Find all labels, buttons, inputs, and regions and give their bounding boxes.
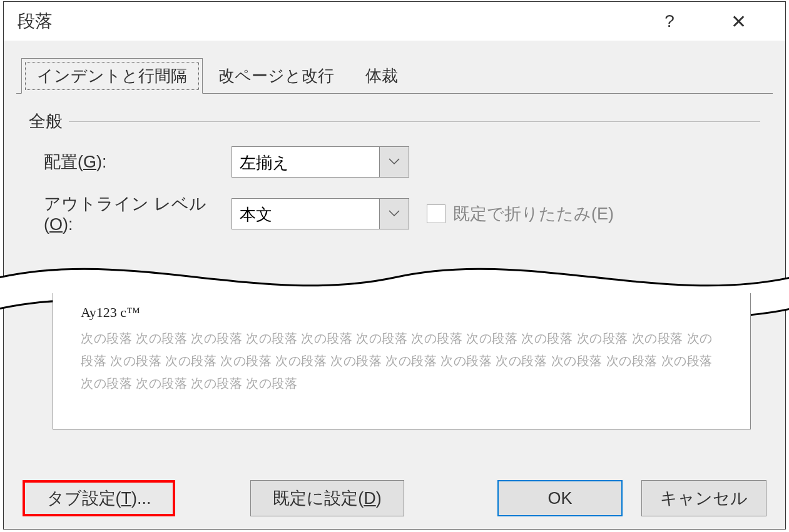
preview-next-paragraph: 次の段落 次の段落 次の段落 次の段落 次の段落 次の段落 次の段落 次の段落 … [81, 327, 723, 394]
set-default-button[interactable]: 既定に設定(D) [250, 480, 404, 516]
tab-strip: インデントと行間隔 改ページと改行 体裁 [21, 58, 773, 94]
titlebar: 段落 ? ✕ [4, 2, 785, 41]
tab-asian-typography[interactable]: 体裁 [350, 58, 414, 94]
chevron-down-icon [379, 199, 409, 229]
preview-box: Ay123 c™ 次の段落 次の段落 次の段落 次の段落 次の段落 次の段落 次… [53, 293, 751, 429]
chevron-down-icon [379, 147, 409, 177]
section-general-label: 全般 [29, 110, 63, 133]
section-general: 全般 [29, 110, 760, 133]
outline-combo[interactable]: 本文 [232, 198, 409, 229]
tab-indent-spacing[interactable]: インデントと行間隔 [21, 58, 203, 94]
checkbox-box [427, 204, 445, 223]
outline-label: アウトライン レベル(O): [44, 193, 232, 234]
paragraph-dialog: 段落 ? ✕ インデントと行間隔 改ページと改行 体裁 全般 配置(G): 左揃… [3, 1, 786, 529]
close-button[interactable]: ✕ [716, 11, 760, 33]
ok-button[interactable]: OK [497, 480, 623, 516]
dialog-body: インデントと行間隔 改ページと改行 体裁 全般 配置(G): 左揃え [4, 41, 785, 256]
divider [69, 121, 760, 122]
row-alignment: 配置(G): 左揃え [44, 146, 760, 178]
dialog-title: 段落 [18, 9, 648, 33]
help-button[interactable]: ? [648, 11, 691, 31]
alignment-value: 左揃え [232, 147, 379, 177]
alignment-combo[interactable]: 左揃え [232, 146, 409, 178]
collapse-label: 既定で折りたたみ(E) [453, 203, 614, 225]
alignment-label: 配置(G): [44, 151, 232, 173]
row-outline-level: アウトライン レベル(O): 本文 既定で折りたたみ(E) [44, 193, 760, 234]
dialog-footer: タブ設定(T)... 既定に設定(D) OK キャンセル [4, 480, 785, 516]
outline-value: 本文 [232, 199, 379, 229]
collapse-by-default-checkbox: 既定で折りたたみ(E) [427, 203, 614, 225]
preview-sample-text: Ay123 c™ [81, 304, 723, 321]
tab-panel: 全般 配置(G): 左揃え アウトライン レベル(O): [16, 93, 773, 256]
tabs-settings-button[interactable]: タブ設定(T)... [23, 480, 175, 516]
cancel-button[interactable]: キャンセル [641, 480, 766, 516]
tab-page-break[interactable]: 改ページと改行 [203, 58, 350, 94]
